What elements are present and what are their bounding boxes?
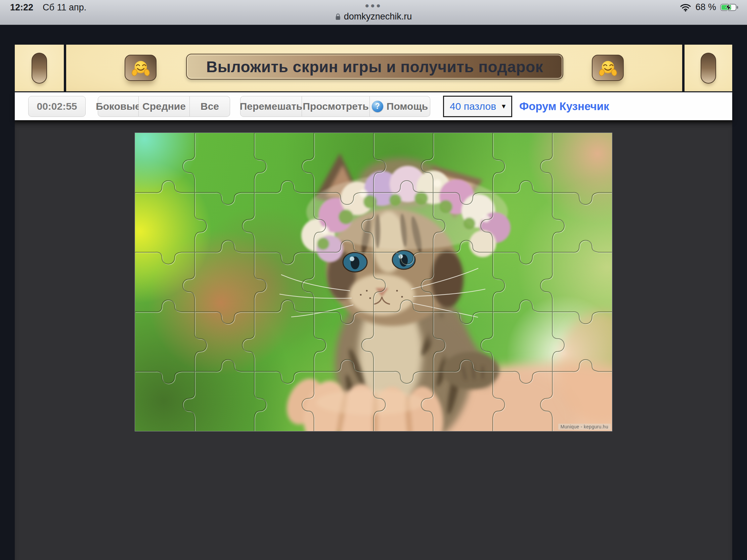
safari-chrome: 12:22 Сб 11 апр. ••• domkyznechik.ru 68 … (0, 0, 747, 25)
filter-middles-button[interactable]: Средние (139, 96, 190, 117)
hugging-face-emoji-icon (132, 59, 150, 77)
board-area: Munique - kepguru.hu (15, 120, 732, 560)
action-group: Перемешать Просмотреть ? Помощь (240, 96, 430, 117)
lock-icon (335, 13, 341, 21)
page-dots-indicator[interactable]: ••• (365, 0, 382, 11)
wifi-icon (680, 3, 691, 12)
status-right: 68 % (680, 2, 740, 12)
hugging-face-emoji-icon (599, 59, 617, 77)
address-bar[interactable]: domkyznechik.ru (335, 11, 412, 22)
banner-left-panel (15, 45, 64, 91)
forum-link[interactable]: Форум Кузнечик (519, 100, 609, 113)
promo-gift-label: Выложить скрин игры и получить подарок (206, 58, 543, 76)
piece-count-select[interactable]: 40 пазлов ▼ (443, 96, 512, 117)
chevron-down-icon: ▼ (500, 103, 507, 110)
battery-charging-icon (720, 3, 740, 12)
date: Сб 11 апр. (43, 2, 86, 13)
battery-percent: 68 % (695, 2, 716, 12)
page-wrapper: Выложить скрин игры и получить подарок 0… (15, 45, 732, 560)
photo-watermark: Munique - kepguru.hu (558, 424, 611, 430)
left-pill-button[interactable] (31, 53, 47, 84)
url-text: domkyznechik.ru (344, 11, 412, 22)
game-toolbar: 00:02:55 Боковые Средние Все Перемешать … (15, 92, 732, 120)
jigsaw-puzzle-board[interactable]: Munique - kepguru.hu (135, 133, 612, 431)
filter-edges-button[interactable]: Боковые (98, 96, 139, 117)
status-left: 12:22 Сб 11 апр. (10, 2, 86, 13)
preview-button[interactable]: Просмотреть (302, 96, 370, 117)
right-pill-button[interactable] (701, 53, 716, 84)
jigsaw-grid-overlay (135, 133, 612, 431)
timer-display: 00:02:55 (28, 96, 86, 117)
hug-emoji-button-right[interactable] (592, 55, 624, 81)
shuffle-button[interactable]: Перемешать (240, 96, 302, 117)
clock: 12:22 (10, 2, 33, 13)
banner-right-panel (685, 45, 732, 91)
piece-count-value: 40 пазлов (450, 101, 496, 112)
help-label: Помощь (387, 101, 428, 112)
promo-banner-row: Выложить скрин игры и получить подарок (15, 45, 732, 91)
jigsaw-grid-line (135, 133, 612, 431)
promo-gift-button[interactable]: Выложить скрин игры и получить подарок (186, 54, 563, 80)
help-sphere-icon: ? (372, 101, 383, 112)
piece-filter-group: Боковые Средние Все (98, 96, 230, 117)
banner-main: Выложить скрин игры и получить подарок (66, 45, 682, 91)
help-button[interactable]: ? Помощь (370, 96, 430, 117)
filter-all-button[interactable]: Все (190, 96, 230, 117)
hug-emoji-button-left[interactable] (125, 55, 156, 81)
